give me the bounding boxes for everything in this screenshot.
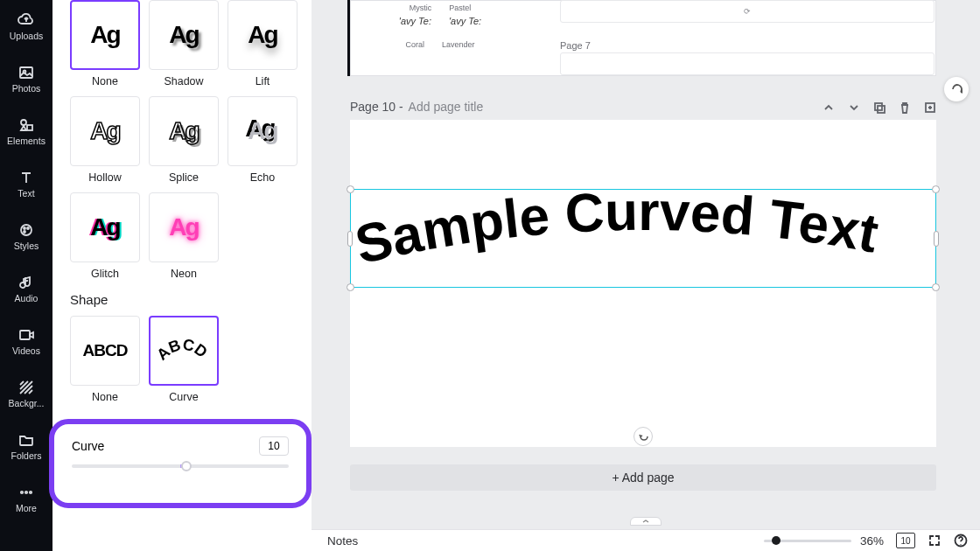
page-header: Page 10 - Add page title xyxy=(350,96,936,117)
curve-slider-thumb[interactable] xyxy=(181,461,192,471)
svg-text:ABCD: ABCD xyxy=(158,335,210,363)
effect-lift[interactable]: Ag xyxy=(228,0,298,70)
svg-point-6 xyxy=(27,227,29,229)
trash-icon[interactable] xyxy=(898,101,911,114)
svg-point-5 xyxy=(24,227,25,229)
shape-heading: Shape xyxy=(70,292,294,307)
fullscreen-icon[interactable] xyxy=(928,534,942,548)
rail-item-more[interactable]: More xyxy=(0,472,52,525)
svg-point-9 xyxy=(21,492,23,493)
thumb-strip-labels: MysticPastel 'avy Te:'avy Te: CoralLaven… xyxy=(392,0,488,49)
curve-value-input[interactable] xyxy=(259,436,289,456)
more-icon xyxy=(18,484,35,501)
duplicate-icon[interactable] xyxy=(872,101,886,114)
rail-item-styles[interactable]: Styles xyxy=(0,210,52,262)
effect-glitch[interactable]: Ag xyxy=(70,192,140,262)
svg-point-11 xyxy=(30,492,32,493)
page-number: Page 10 - xyxy=(350,100,407,114)
add-page-button[interactable]: + Add page xyxy=(350,464,936,491)
rotate-handle[interactable] xyxy=(634,427,653,446)
bottom-bar: Notes 36% 10 xyxy=(312,529,980,551)
floating-action-button[interactable] xyxy=(944,77,969,101)
collapse-up-icon[interactable] xyxy=(822,101,835,114)
folder-icon xyxy=(18,431,35,449)
background-icon xyxy=(18,379,35,396)
effect-shadow[interactable]: Ag xyxy=(149,0,219,70)
editor-area: Bkgrou Folders More MysticPastel 'avy Te… xyxy=(312,0,980,529)
notes-button[interactable]: Notes xyxy=(327,534,358,548)
effect-hollow[interactable]: Ag xyxy=(70,96,140,166)
reload-icon: ⟳ xyxy=(744,7,751,16)
expand-down-icon[interactable] xyxy=(847,101,860,114)
svg-rect-17 xyxy=(875,103,882,110)
effect-echo[interactable]: Ag xyxy=(228,96,298,166)
text-icon xyxy=(18,169,35,186)
svg-point-7 xyxy=(24,231,25,233)
svg-point-2 xyxy=(21,120,26,125)
scroll-pill[interactable] xyxy=(630,517,662,526)
zoom-thumb[interactable] xyxy=(772,536,780,545)
effect-neon[interactable]: Ag xyxy=(149,192,219,262)
elements-icon xyxy=(18,116,35,134)
svg-text:Sample Curved Text: Sample Curved Text xyxy=(350,185,883,276)
curve-slider[interactable] xyxy=(72,464,289,468)
rail-item-text[interactable]: Text xyxy=(0,157,52,210)
page-title-input[interactable]: Add page title xyxy=(409,100,484,114)
svg-point-10 xyxy=(25,492,27,493)
rail-item-folders[interactable]: Folders xyxy=(0,420,52,472)
style-effects-grid: AgNone AgShadow AgLift AgHollow AgSplice… xyxy=(70,0,294,280)
photos-icon xyxy=(18,64,35,81)
horizontal-scroll[interactable] xyxy=(318,517,973,527)
shape-effects-grid: ABCD None ABCD Curve xyxy=(70,316,294,403)
rail-item-background[interactable]: Backgr... xyxy=(0,367,52,420)
preview-card-2[interactable] xyxy=(560,52,934,75)
audio-icon xyxy=(18,274,35,291)
refresh-icon xyxy=(950,83,962,95)
preview-card-1[interactable]: ⟳ xyxy=(560,0,934,23)
page-count-badge[interactable]: 10 xyxy=(896,533,915,548)
curved-text[interactable]: Sample Curved Text xyxy=(350,185,936,290)
rail-item-audio[interactable]: Audio xyxy=(0,262,52,315)
shape-curve-sample: ABCD xyxy=(158,333,210,368)
shape-curve[interactable]: ABCD xyxy=(149,316,219,386)
svg-rect-8 xyxy=(20,331,30,339)
styles-icon xyxy=(18,221,35,239)
page-canvas[interactable]: Sample Curved Text xyxy=(350,120,936,447)
rail-item-videos[interactable]: Videos xyxy=(0,315,52,367)
curve-label: Curve xyxy=(72,439,104,453)
svg-point-4 xyxy=(21,225,32,235)
svg-rect-3 xyxy=(27,125,32,130)
curve-control: Curve xyxy=(49,419,312,508)
effect-none[interactable]: Ag xyxy=(70,0,140,70)
zoom-slider[interactable]: 36% xyxy=(764,534,884,548)
rail-item-uploads[interactable]: Uploads xyxy=(0,0,52,52)
rail-item-elements[interactable]: Elements xyxy=(0,105,52,157)
page7-label: Page 7 xyxy=(560,40,591,51)
svg-rect-18 xyxy=(878,106,885,113)
rail-item-photos[interactable]: Photos xyxy=(0,52,52,105)
new-page-icon[interactable] xyxy=(923,101,936,114)
zoom-value: 36% xyxy=(860,534,884,548)
videos-icon xyxy=(18,326,35,344)
effect-splice[interactable]: Ag xyxy=(149,96,219,166)
side-rail: Uploads Photos Elements Text Styles Audi… xyxy=(0,0,52,551)
cloud-upload-icon xyxy=(18,11,35,29)
help-icon[interactable] xyxy=(954,534,968,548)
shape-none[interactable]: ABCD xyxy=(70,316,140,386)
